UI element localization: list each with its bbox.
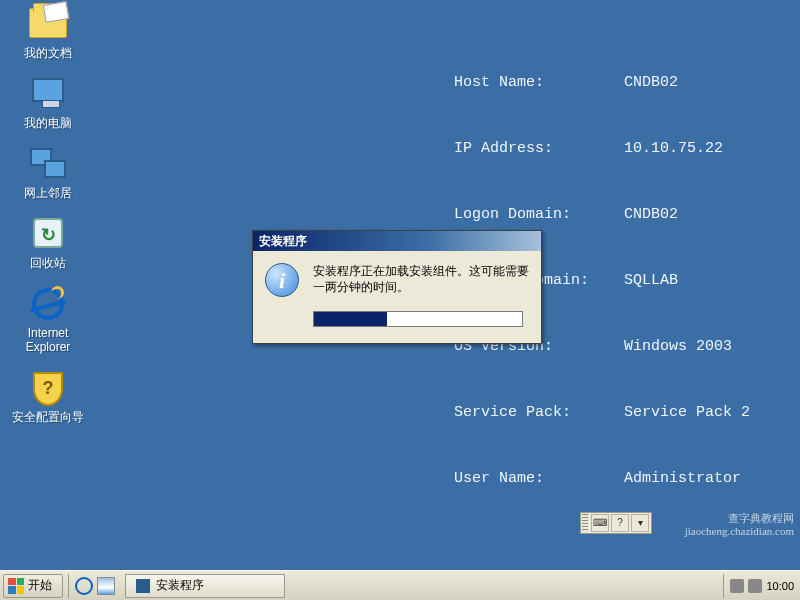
shield-icon	[33, 372, 63, 406]
icon-label: 安全配置向导	[8, 410, 88, 424]
icon-internet-explorer[interactable]: Internet Explorer	[8, 288, 88, 354]
ip-address-value: 10.10.75.22	[624, 140, 723, 157]
icon-label: 回收站	[8, 256, 88, 270]
icon-label: Internet Explorer	[8, 326, 88, 354]
dialog-titlebar[interactable]: 安装程序	[253, 231, 541, 251]
app-icon	[136, 579, 150, 593]
icon-security-config-wizard[interactable]: 安全配置向导	[8, 372, 88, 424]
start-label: 开始	[28, 577, 52, 594]
quick-launch-show-desktop[interactable]	[97, 577, 115, 595]
dialog-body: i 安装程序正在加载安装组件。这可能需要一两分钟的时间。	[253, 251, 541, 343]
options-button[interactable]: ▾	[631, 514, 649, 532]
service-pack-value: Service Pack 2	[624, 404, 750, 421]
folder-icon	[29, 8, 67, 38]
taskbar: 开始 安装程序 10:00	[0, 570, 800, 600]
os-version-value: Windows 2003	[624, 338, 732, 355]
service-pack-key: Service Pack:	[454, 402, 624, 424]
start-button[interactable]: 开始	[3, 574, 63, 598]
icon-my-computer[interactable]: 我的电脑	[8, 78, 88, 130]
drag-handle-icon[interactable]	[582, 514, 588, 532]
clock[interactable]: 10:00	[766, 580, 794, 592]
setup-dialog: 安装程序 i 安装程序正在加载安装组件。这可能需要一两分钟的时间。	[252, 230, 542, 344]
icon-label: 我的电脑	[8, 116, 88, 130]
logon-domain-value: CNDB02	[624, 206, 678, 223]
ie-icon	[32, 288, 64, 320]
icon-my-documents[interactable]: 我的文档	[8, 8, 88, 60]
system-tray: 10:00	[723, 574, 800, 598]
quick-launch-ie[interactable]	[75, 577, 93, 595]
host-name-key: Host Name:	[454, 72, 624, 94]
network-icon	[30, 148, 66, 178]
ime-keyboard-button[interactable]: ⌨	[591, 514, 609, 532]
icon-network-places[interactable]: 网上邻居	[8, 148, 88, 200]
watermark-line2: jiaocheng.chazidian.com	[685, 525, 794, 538]
taskbar-app-label: 安装程序	[156, 577, 204, 594]
icon-label: 网上邻居	[8, 186, 88, 200]
watermark-line1: 查字典教程网	[685, 512, 794, 525]
host-name-value: CNDB02	[624, 74, 678, 91]
taskbar-app-button[interactable]: 安装程序	[125, 574, 285, 598]
dialog-title: 安装程序	[259, 234, 307, 248]
watermark: 查字典教程网 jiaocheng.chazidian.com	[685, 512, 794, 538]
progress-bar	[313, 311, 523, 327]
icon-label: 我的文档	[8, 46, 88, 60]
user-name-key: User Name:	[454, 468, 624, 490]
desktop-icons: 我的文档 我的电脑 网上邻居 回收站 Internet Explorer 安全配…	[8, 6, 88, 442]
quick-launch	[68, 574, 121, 598]
language-bar[interactable]: ⌨ ? ▾	[580, 512, 652, 534]
progress-fill	[314, 312, 387, 326]
help-button[interactable]: ?	[611, 514, 629, 532]
icon-recycle-bin[interactable]: 回收站	[8, 218, 88, 270]
tray-icon[interactable]	[748, 579, 762, 593]
recycle-icon	[33, 218, 63, 248]
computer-icon	[32, 78, 64, 102]
logon-domain-key: Logon Domain:	[454, 204, 624, 226]
machine-domain-value: SQLLAB	[624, 272, 678, 289]
windows-flag-icon	[8, 578, 24, 594]
ip-address-key: IP Address:	[454, 138, 624, 160]
desktop: 我的文档 我的电脑 网上邻居 回收站 Internet Explorer 安全配…	[0, 0, 800, 570]
info-icon: i	[265, 263, 299, 297]
tray-icon[interactable]	[730, 579, 744, 593]
dialog-message: 安装程序正在加载安装组件。这可能需要一两分钟的时间。	[313, 263, 531, 297]
user-name-value: Administrator	[624, 470, 741, 487]
